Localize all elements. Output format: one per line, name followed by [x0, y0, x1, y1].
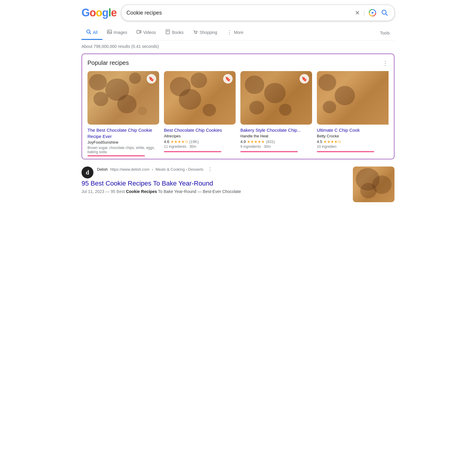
recipe-desc-1: Brown sugar, chocolate chips, white, egg… [87, 146, 159, 154]
recipe-title-2: Best Chocolate Chip Cookies [164, 127, 236, 133]
delish-thumbnail [353, 167, 394, 202]
delish-site-name: Delish [97, 167, 108, 172]
recipe-source-4: Betty Crocke [317, 134, 389, 138]
popular-recipes-title: Popular recipes [87, 59, 129, 66]
tools-button[interactable]: Tools [375, 27, 394, 39]
search-bar-icons: ✕ | [355, 8, 389, 18]
recipe-card-2[interactable]: 🔖 Best Chocolate Chip Cookies Allrecipes… [164, 71, 236, 156]
stars-4: ★★★★½ [323, 139, 341, 144]
clear-icon[interactable]: ✕ [355, 9, 360, 16]
snippet-bold: Cookie Recipes [126, 189, 157, 194]
recipe-meta-3: 9 ingredients · 30m [240, 145, 312, 149]
google-logo: Google [82, 7, 117, 19]
svg-point-12 [195, 33, 195, 34]
tab-images-label: Images [114, 30, 127, 35]
lens-icon[interactable] [369, 9, 376, 17]
shopping-icon [193, 29, 198, 35]
delish-title[interactable]: 95 Best Cookie Recipes To Bake Year-Roun… [82, 180, 348, 187]
recipe-source-2: Allrecipes [164, 134, 236, 138]
rating-value-4: 4.5 [317, 139, 322, 144]
recipe-card-3[interactable]: 🔖 Bakery Style Chocolate Chip... Handle … [240, 71, 312, 156]
recipe-card-1[interactable]: 🔖 The Best Chocolate Chip Cookie Recipe … [87, 71, 159, 156]
tab-all[interactable]: All [82, 26, 102, 40]
tab-books[interactable]: Books [161, 26, 188, 40]
tab-shopping[interactable]: Shopping [188, 26, 222, 40]
tab-images[interactable]: Images [102, 26, 132, 40]
rating-count-3: (831) [266, 139, 275, 144]
bookmark-icon-2[interactable]: 🔖 [223, 74, 233, 84]
svg-point-13 [196, 33, 197, 34]
videos-icon [137, 29, 141, 35]
rating-value-3: 4.9 [240, 139, 246, 144]
recipe-meta-2: 11 ingredients · 30m [164, 145, 236, 149]
svg-line-3 [386, 14, 388, 16]
svg-point-1 [372, 12, 373, 14]
svg-rect-6 [107, 30, 112, 34]
svg-point-4 [87, 30, 90, 33]
snippet-rest: To Bake Year-Round — Best-Ever Chocolate [158, 189, 241, 194]
tab-books-label: Books [172, 30, 184, 35]
svg-line-5 [90, 33, 91, 34]
bookmark-icon-1[interactable]: 🔖 [147, 74, 156, 84]
recipe-card-4[interactable]: Ultimate C Chip Cook Betty Crocke 4.5 ★★… [317, 71, 389, 156]
tab-all-label: All [93, 30, 98, 35]
recipe-title-1: The Best Chocolate Chip Cookie Recipe Ev… [87, 127, 159, 139]
delish-breadcrumb: Meals & Cooking › Desserts [156, 167, 203, 172]
all-icon [86, 29, 91, 35]
result-menu-icon[interactable]: ⋮ [208, 167, 212, 172]
search-bar: ✕ | [121, 5, 394, 21]
web-result-delish: d Delish https://www.delish.com › Meals … [82, 167, 394, 202]
recipe-bar-3 [240, 151, 298, 152]
svg-rect-8 [137, 30, 140, 33]
recipe-rating-2: 4.6 ★★★★½ (19K) [164, 139, 236, 144]
recipe-bar-1 [87, 155, 145, 156]
delish-favicon-letter: d [86, 169, 89, 176]
snippet-dash: — 95 Best [105, 189, 126, 194]
recipe-title-4: Ultimate C Chip Cook [317, 127, 389, 133]
recipe-image-4 [317, 71, 389, 125]
stars-2: ★★★★½ [170, 139, 188, 144]
search-button[interactable] [380, 8, 389, 18]
recipe-meta-4: 10 ingredien [317, 145, 389, 149]
tab-more-label: More [234, 30, 243, 35]
recipe-cards: 🔖 The Best Chocolate Chip Cookie Recipe … [87, 71, 389, 156]
recipe-title-3: Bakery Style Chocolate Chip... [240, 127, 312, 133]
results-count: About 798,000,000 results (0.41 seconds) [82, 44, 394, 49]
books-icon [165, 29, 170, 35]
divider: | [364, 10, 365, 16]
recipe-source-3: Handle the Heat [240, 134, 312, 138]
bookmark-icon-3[interactable]: 🔖 [300, 74, 309, 84]
popular-recipes-box: Popular recipes ⋮ 🔖 The Best Chocolate C… [82, 54, 394, 159]
rating-value-2: 4.6 [164, 139, 169, 144]
recipe-rating-4: 4.5 ★★★★½ [317, 139, 389, 144]
popular-recipes-menu-icon[interactable]: ⋮ [382, 60, 389, 66]
recipe-rating-3: 4.9 ★★★★★ (831) [240, 139, 312, 144]
delish-url: https://www.delish.com [110, 167, 149, 172]
rating-count-2: (19K) [189, 139, 199, 144]
recipe-image-3: 🔖 [240, 71, 312, 125]
search-input[interactable] [126, 10, 353, 16]
delish-snippet: Jul 11, 2023 — 95 Best Cookie Recipes To… [82, 189, 348, 195]
tab-videos[interactable]: Videos [132, 26, 161, 40]
snippet-date: Jul 11, 2023 [82, 189, 104, 194]
more-icon: ⋮ [227, 29, 232, 36]
breadcrumb-arrow: › [152, 167, 153, 172]
recipe-image-2: 🔖 [164, 71, 236, 125]
images-icon [107, 29, 112, 35]
delish-favicon: d [82, 167, 93, 178]
url-block: Delish https://www.delish.com › Meals & … [97, 167, 212, 172]
tab-more[interactable]: ⋮ More [222, 26, 248, 40]
stars-3: ★★★★★ [247, 139, 265, 144]
recipe-bar-4 [317, 151, 374, 152]
web-result-favicon-row: d Delish https://www.delish.com › Meals … [82, 167, 348, 178]
svg-point-7 [108, 31, 109, 32]
recipe-image-1: 🔖 [87, 71, 159, 125]
url-row: Delish https://www.delish.com › Meals & … [97, 167, 212, 172]
tab-videos-label: Videos [143, 30, 156, 35]
tab-shopping-label: Shopping [200, 30, 217, 35]
recipe-bar-2 [164, 151, 221, 152]
web-result-main-delish: d Delish https://www.delish.com › Meals … [82, 167, 348, 202]
header: Google ✕ | [82, 5, 394, 21]
popular-recipes-header: Popular recipes ⋮ [87, 59, 389, 66]
recipe-source-1: JoyFoodSunshine [87, 140, 159, 145]
